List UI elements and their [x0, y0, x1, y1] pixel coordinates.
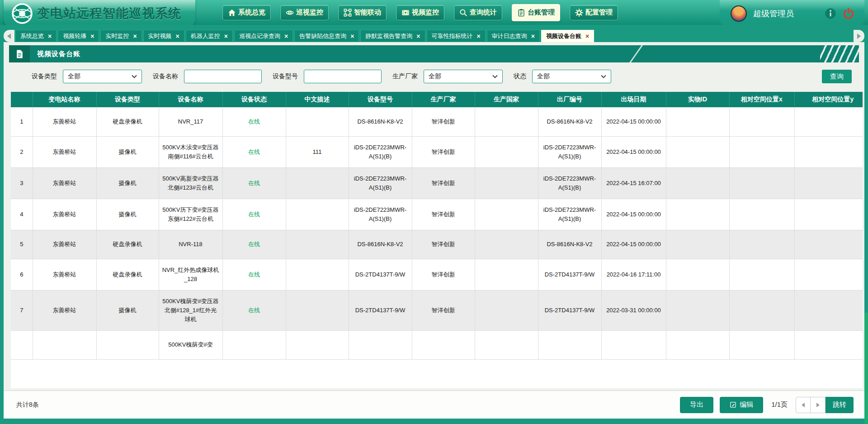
next-page-icon[interactable] — [811, 397, 826, 413]
tab-close-icon[interactable]: × — [176, 33, 179, 39]
table-row-1[interactable]: 1东善桥站硬盘录像机NVR_117在线DS-8616N-K8-V2智洋创新DS-… — [11, 107, 863, 136]
power-icon[interactable] — [843, 8, 854, 19]
edit-button-label: 编辑 — [740, 400, 753, 409]
cell-r7-c5 — [286, 290, 349, 330]
tab-scroll-left-icon[interactable] — [4, 30, 14, 42]
cell-r6-c6: DS-2TD4137T-9/W — [349, 259, 412, 290]
cell-r5-c3: NVR-118 — [159, 230, 222, 259]
cell-r4-c0: 4 — [11, 199, 33, 230]
nav-button-0[interactable]: 系统总览 — [222, 5, 271, 20]
device-table: 变电站名称设备类型设备名称设备状态中文描述设备型号生产厂家生产国家出厂编号出场日… — [11, 92, 863, 360]
table-footer: 共计8条 导出 编辑 1/1页 跳转 — [4, 391, 864, 419]
nav-button-5[interactable]: 台账管理 — [512, 4, 560, 21]
column-header-11: 实物ID — [666, 92, 729, 107]
cell-r3-c12 — [729, 167, 794, 199]
tab-4[interactable]: 机器人监控× — [186, 30, 233, 42]
cell-r6-c8 — [475, 259, 538, 290]
tab-close-icon[interactable]: × — [224, 33, 228, 39]
tab-9[interactable]: 审计日志查询× — [487, 30, 540, 42]
cell-r4-c13 — [794, 199, 863, 230]
table-row-6[interactable]: 6东善桥站硬盘录像机NVR_红外热成像球机_128在线DS-2TD4137T-9… — [11, 259, 863, 290]
tab-3[interactable]: 实时视频× — [143, 30, 184, 42]
cell-r1-c7: 智洋创新 — [412, 107, 475, 136]
search-button[interactable]: 查询 — [822, 70, 852, 83]
chevron-down-icon — [601, 75, 606, 78]
jump-button[interactable]: 跳转 — [826, 397, 854, 413]
tab-5[interactable]: 巡视点记录查询× — [234, 30, 293, 42]
info-icon[interactable] — [825, 8, 836, 19]
nav-button-label: 巡视监控 — [296, 8, 323, 17]
tab-close-icon[interactable]: × — [477, 33, 481, 39]
filter-label-device-type: 设备类型 — [32, 72, 57, 81]
filter-status-select[interactable]: 全部 — [532, 70, 611, 83]
filter-label-device-name: 设备名称 — [153, 72, 178, 81]
cell-r3-c1: 东善桥站 — [33, 167, 96, 199]
tab-6[interactable]: 告警缺陷信息查询× — [294, 30, 359, 42]
tab-scroll-right-icon[interactable] — [854, 30, 864, 42]
cell-r2-c2: 摄像机 — [96, 136, 159, 167]
tab-close-icon[interactable]: × — [416, 33, 420, 39]
column-header-7: 生产厂家 — [412, 92, 475, 107]
table-row-3[interactable]: 3东善桥站摄像机500KV高新变#变压器北侧#123#云台机在线iDS-2DE7… — [11, 167, 863, 199]
tab-close-icon[interactable]: × — [284, 33, 288, 39]
tab-0[interactable]: 系统总览× — [15, 30, 57, 42]
table-row-7[interactable]: 7东善桥站摄像机500KV槐荫变#变压器北侧#128_1#红外光球机在线DS-2… — [11, 290, 863, 330]
cell-r8-c4 — [222, 330, 286, 359]
tab-close-icon[interactable]: × — [90, 33, 94, 39]
tab-7[interactable]: 静默监视告警查询× — [360, 30, 425, 42]
nav-button-2[interactable]: 智能联动 — [338, 5, 387, 20]
cell-r8-c10 — [601, 330, 666, 359]
nav-button-label: 查询统计 — [470, 8, 497, 17]
cell-r6-c3: NVR_红外热成像球机_128 — [159, 259, 222, 290]
cell-r8-c12 — [729, 330, 794, 359]
table-row-8[interactable]: 500KV槐荫变#变 — [11, 330, 863, 359]
filter-device-type-select[interactable]: 全部 — [63, 70, 142, 83]
filter-device-name-input[interactable] — [184, 70, 262, 83]
gear-icon — [575, 9, 583, 17]
tab-close-icon[interactable]: × — [350, 33, 354, 39]
filter-manufacturer-select[interactable]: 全部 — [424, 70, 503, 83]
nav-button-1[interactable]: 巡视监控 — [280, 5, 329, 20]
export-button[interactable]: 导出 — [680, 397, 713, 413]
filter-label-status: 状态 — [514, 72, 526, 81]
column-header-3: 设备名称 — [159, 92, 222, 107]
tab-close-icon[interactable]: × — [531, 33, 535, 39]
vertical-scrollbar-thumb[interactable] — [864, 312, 868, 424]
tab-2[interactable]: 实时监控× — [100, 30, 142, 42]
chevron-down-icon — [132, 75, 137, 78]
cell-r7-c3: 500KV槐荫变#变压器北侧#128_1#红外光球机 — [159, 290, 222, 330]
tab-close-icon[interactable]: × — [133, 33, 137, 39]
cell-r1-c12 — [729, 107, 794, 136]
cell-r2-c11 — [666, 136, 729, 167]
total-count: 共计8条 — [16, 401, 39, 409]
cell-r2-c0: 2 — [11, 136, 33, 167]
nav-button-6[interactable]: 配置管理 — [570, 5, 618, 20]
edit-button[interactable]: 编辑 — [720, 397, 763, 413]
filter-device-model-input[interactable] — [304, 70, 382, 83]
table-row-4[interactable]: 4东善桥站摄像机500KV历下变#变压器东侧#122#云台机在线iDS-2DE7… — [11, 199, 863, 230]
column-header-9: 出厂编号 — [538, 92, 601, 107]
nav-button-3[interactable]: 视频监控 — [396, 5, 444, 20]
table-row-5[interactable]: 5东善桥站硬盘录像机NVR-118在线DS-8616N-K8-V2智洋创新DS-… — [11, 230, 863, 259]
tab-8[interactable]: 可靠性指标统计× — [427, 30, 486, 42]
cell-r6-c4: 在线 — [222, 259, 286, 290]
tab-1[interactable]: 视频轮播× — [58, 30, 99, 42]
table-row-2[interactable]: 2东善桥站摄像机500KV木渎变#变压器南侧#116#云台机在线111iDS-2… — [11, 136, 863, 167]
tab-close-icon[interactable]: × — [585, 33, 589, 39]
cell-r5-c2: 硬盘录像机 — [96, 230, 159, 259]
cell-r6-c2: 硬盘录像机 — [96, 259, 159, 290]
tab-close-icon[interactable]: × — [48, 33, 52, 39]
tab-10[interactable]: 视频设备台账× — [541, 30, 594, 42]
cell-r5-c9: DS-8616N-K8-V2 — [538, 230, 601, 259]
nav-button-4[interactable]: 查询统计 — [454, 5, 502, 20]
cell-r6-c0: 6 — [11, 259, 33, 290]
cell-r4-c12 — [729, 199, 794, 230]
tab-label: 静默监视告警查询 — [365, 32, 412, 40]
edit-icon — [730, 401, 736, 408]
column-header-12: 相对空间位置x — [729, 92, 794, 107]
cell-r2-c6: iDS-2DE7223MWR-A(S1)(B) — [349, 136, 412, 167]
cell-r5-c11 — [666, 230, 729, 259]
avatar[interactable] — [731, 5, 747, 22]
cell-r3-c11 — [666, 167, 729, 199]
prev-page-icon[interactable] — [796, 397, 811, 413]
